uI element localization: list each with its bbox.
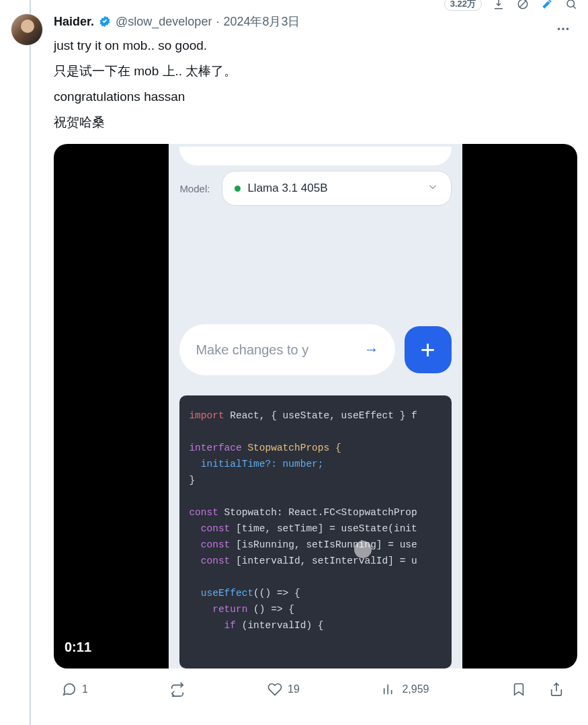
- code-token: return: [189, 604, 247, 615]
- code-token: const: [189, 507, 218, 518]
- separator-dot: ·: [216, 13, 219, 30]
- code-token: const: [189, 539, 230, 550]
- code-token: (() => {: [253, 588, 300, 599]
- code-token: const: [189, 556, 230, 566]
- svg-point-2: [558, 28, 560, 30]
- share-button[interactable]: [544, 678, 569, 701]
- model-row: Model: Llama 3.1 405B: [169, 171, 462, 206]
- tweet-main: Haider. @slow_developer · 2024年8月3日 just…: [48, 13, 577, 701]
- chevron-down-icon: [427, 181, 439, 196]
- more-button[interactable]: [552, 17, 575, 40]
- code-token: Stopwatch: React.FC<StopwatchProp: [218, 507, 417, 518]
- verified-badge-icon: [98, 15, 112, 28]
- top-actions: 3.22万: [444, 0, 579, 8]
- avatar-column: [11, 13, 48, 701]
- input-row: Make changes to y → +: [169, 324, 462, 375]
- media-video[interactable]: Model: Llama 3.1 405B Make changes to y …: [54, 144, 577, 669]
- code-token: [intervalId, setIntervalId] = u: [230, 556, 417, 566]
- tweet-text-line: congratulations hassan: [54, 87, 577, 106]
- plus-icon: +: [421, 336, 435, 365]
- video-duration: 0:11: [65, 640, 91, 655]
- code-token: import: [189, 410, 224, 421]
- model-label: Model:: [179, 183, 210, 194]
- action-bar: 1 19 2,959: [54, 669, 577, 701]
- search-icon[interactable]: [564, 0, 579, 11]
- tweet-text-line: just try it on mob.. so good.: [54, 36, 577, 55]
- model-name: Llama 3.1 405B: [247, 182, 327, 195]
- tweet-date[interactable]: 2024年8月3日: [223, 13, 300, 30]
- handle[interactable]: @slow_developer: [116, 13, 212, 30]
- tweet-header: Haider. @slow_developer · 2024年8月3日: [54, 13, 577, 30]
- bookmark-button[interactable]: [506, 678, 532, 701]
- like-count: 19: [288, 683, 300, 695]
- count-pill[interactable]: 3.22万: [444, 0, 482, 11]
- svg-point-1: [567, 0, 575, 7]
- reply-button[interactable]: 1: [56, 678, 93, 701]
- add-button[interactable]: +: [405, 326, 452, 373]
- tweet-text-line: 祝贺哈桑: [54, 113, 577, 132]
- prompt-input[interactable]: Make changes to y →: [179, 324, 394, 375]
- top-field: [179, 147, 451, 165]
- phone-viewport: Model: Llama 3.1 405B Make changes to y …: [169, 144, 462, 669]
- spacer: [169, 206, 462, 324]
- no-symbol-icon[interactable]: [515, 0, 530, 11]
- tweet: Haider. @slow_developer · 2024年8月3日 just…: [0, 0, 588, 701]
- code-token: interface: [189, 443, 241, 453]
- views-button[interactable]: 2,959: [376, 678, 434, 701]
- code-token: [time, setTime] = useState(init: [230, 523, 417, 534]
- svg-point-3: [562, 28, 564, 30]
- code-token: useEffect: [189, 588, 253, 599]
- like-button[interactable]: 19: [262, 678, 305, 701]
- code-token: (intervalId) {: [236, 620, 324, 631]
- svg-point-4: [566, 28, 569, 30]
- view-count: 2,959: [402, 683, 429, 695]
- download-icon[interactable]: [491, 0, 506, 11]
- code-token: if: [189, 620, 236, 631]
- code-token: const: [189, 523, 230, 534]
- avatar[interactable]: [11, 13, 43, 46]
- code-token: StopwatchProps {: [242, 443, 341, 453]
- highlighter-icon[interactable]: [540, 0, 554, 11]
- code-token: () => {: [247, 604, 294, 615]
- code-token: [isRunning, setIsRunning] = use: [230, 539, 417, 550]
- reply-count: 1: [82, 683, 88, 695]
- code-block: import React, { useState, useEffect } f …: [179, 395, 451, 669]
- tweet-text-line: 只是试一下在 mob 上.. 太棒了。: [54, 62, 577, 81]
- code-token: initialTime?: number;: [189, 459, 323, 469]
- prompt-placeholder: Make changes to y: [196, 342, 308, 358]
- right-actions: [506, 678, 569, 701]
- tweet-body: just try it on mob.. so good. 只是试一下在 mob…: [54, 36, 577, 132]
- code-token: }: [189, 475, 195, 486]
- display-name[interactable]: Haider.: [54, 13, 94, 30]
- retweet-button[interactable]: [165, 678, 190, 701]
- model-select[interactable]: Llama 3.1 405B: [222, 171, 451, 206]
- status-dot-icon: [235, 186, 241, 192]
- arrow-right-icon[interactable]: →: [364, 341, 379, 358]
- code-token: React, { useState, useEffect } f: [224, 410, 417, 421]
